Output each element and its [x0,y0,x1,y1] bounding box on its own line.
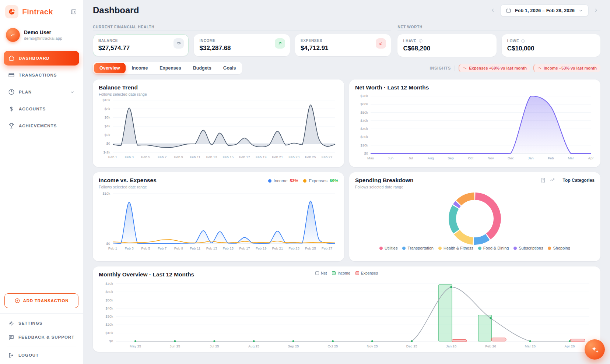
tab-income[interactable]: Income [126,63,154,73]
svg-text:$8k: $8k [105,107,111,111]
date-range-text: Feb 1, 2026 – Feb 28, 2026 [515,8,575,13]
insights: Insights Expenses +69% vs last monthInco… [430,64,600,72]
add-transaction-button[interactable]: Add transaction [4,293,78,308]
scales-icon [176,41,182,46]
monthly-overview-chart: $70k$60k$50k$40k$30k$20k$10k$0May 25Jun … [99,280,595,349]
sidebar-item-label: Settings [18,321,43,325]
balance-trend-subtitle: Follows selected date range [99,92,338,96]
charts-row-2: Income vs. Expenses Follows selected dat… [93,172,600,261]
card-label: Expenses [301,39,385,43]
legend-dot [268,179,271,183]
user-name: Demo User [24,29,62,35]
net-worth-label: Net Worth [397,25,600,29]
spending-donut-chart [355,189,595,245]
financial-health-label: Current Financial Health [93,25,391,29]
i-have-card: I have C$68,200 [397,34,496,57]
income-expenses-subtitle: Follows selected date range [99,185,157,189]
card-value: $27,574.77 [98,45,183,52]
sidebar-item-settings[interactable]: Settings [4,317,79,330]
legend-label: Expenses [309,179,327,183]
sidebar-item-transactions[interactable]: Transactions [4,68,79,82]
tab-overview[interactable]: Overview [94,63,126,73]
trend-icon[interactable] [550,177,555,183]
legend-swatch [315,271,319,275]
trophy-icon [8,123,15,129]
tab-goals[interactable]: Goals [218,63,242,73]
user-profile[interactable]: Demo User demo@fintrackai.app [0,23,83,47]
svg-text:Jan: Jan [528,156,533,160]
receipt-icon[interactable] [540,177,546,183]
svg-text:$10k: $10k [102,98,110,102]
card-value: $32,287.68 [199,45,284,52]
legend-label: Shopping [553,246,570,250]
card-label: I owe [507,39,595,43]
tab-expenses[interactable]: Expenses [154,63,186,73]
date-controls: Feb 1, 2026 – Feb 28, 2026 [488,4,600,17]
svg-text:$40k: $40k [105,306,113,310]
sidebar-item-achievements[interactable]: Achievements [4,119,79,133]
tab-budgets[interactable]: Budgets [187,63,217,73]
sidebar-item-logout[interactable]: Logout [4,349,79,362]
divider [93,31,391,31]
svg-text:Mar 26: Mar 26 [525,344,536,348]
legend-dot [303,179,306,183]
divider [7,346,76,346]
svg-text:$20k: $20k [105,322,113,326]
ai-assistant-button[interactable] [585,339,605,360]
income-expenses-chart: $10k$0Feb 1Feb 3Feb 5Feb 7Feb 9Feb 11Feb… [99,189,338,251]
svg-text:Feb 1: Feb 1 [108,246,117,250]
add-transaction-label: Add transaction [23,298,69,303]
svg-text:Feb 7: Feb 7 [158,155,166,159]
top-categories-button[interactable]: Top Categories [563,178,595,183]
svg-text:Apr 26: Apr 26 [564,344,575,348]
sidebar-item-feedback-support[interactable]: Feedback & Support [4,331,79,344]
sidebar-collapse-button[interactable] [70,8,78,16]
insight-badge: Expenses +69% vs last month [459,64,530,72]
date-range-picker[interactable]: Feb 1, 2026 – Feb 28, 2026 [500,4,589,17]
svg-text:$10k: $10k [360,143,368,147]
svg-text:Feb 3: Feb 3 [125,246,134,250]
insights-label: Insights [430,66,451,70]
expenses-card: Expenses$4,712.91 [295,34,391,56]
svg-text:Mar: Mar [568,156,574,160]
next-period-button[interactable] [592,6,600,15]
prev-period-button[interactable] [488,6,497,15]
arrow-up-right-icon [277,41,283,46]
spending-legend-item-utilities: Utilities [379,246,397,250]
legend-item-income: Income53% [268,179,298,183]
svg-text:$60k: $60k [360,102,368,106]
financial-health-group: Current Financial Health Balance$27,574.… [93,25,391,57]
monthly-legend-item-income: Income [332,271,350,275]
svg-text:Feb 9: Feb 9 [174,155,183,159]
pie-icon [8,89,15,95]
balance-trend-panel: Balance Trend Follows selected date rang… [93,79,344,167]
svg-text:$-2k: $-2k [104,150,111,154]
svg-text:Jul 25: Jul 25 [210,344,219,348]
sidebar-item-label: Feedback & Support [18,335,74,339]
spending-legend: UtilitiesTransportationHealth & FitnessF… [355,246,595,250]
net-worth-title: Net Worth · Last 12 Months [355,84,595,91]
legend-dot [548,247,551,250]
sidebar-item-plan[interactable]: Plan [4,85,79,99]
balance-trend-title: Balance Trend [99,84,338,91]
sidebar-item-dashboard[interactable]: Dashboard [4,51,79,66]
insight-badge-text: Income −53% vs last month [544,66,597,70]
info-icon[interactable] [521,39,525,43]
svg-text:Feb 17: Feb 17 [239,155,250,159]
chevron-down-icon [70,89,75,95]
logout-icon [8,352,14,358]
svg-text:May 25: May 25 [130,344,141,348]
svg-text:Feb 27: Feb 27 [322,155,333,159]
legend-label: Food & Dining [483,246,509,250]
info-icon[interactable] [418,39,423,43]
svg-text:$30k: $30k [105,314,113,318]
legend-swatch [332,271,336,275]
gear-icon [8,320,14,326]
svg-text:$0: $0 [106,241,110,245]
svg-text:$70k: $70k [360,94,368,98]
dashboard-content: Current Financial Health Balance$27,574.… [83,21,610,364]
svg-text:Feb 11: Feb 11 [190,246,200,250]
income-expenses-title: Income vs. Expenses [99,177,157,184]
sidebar-item-accounts[interactable]: Accounts [4,102,79,116]
sidebar-spacer [0,137,83,290]
